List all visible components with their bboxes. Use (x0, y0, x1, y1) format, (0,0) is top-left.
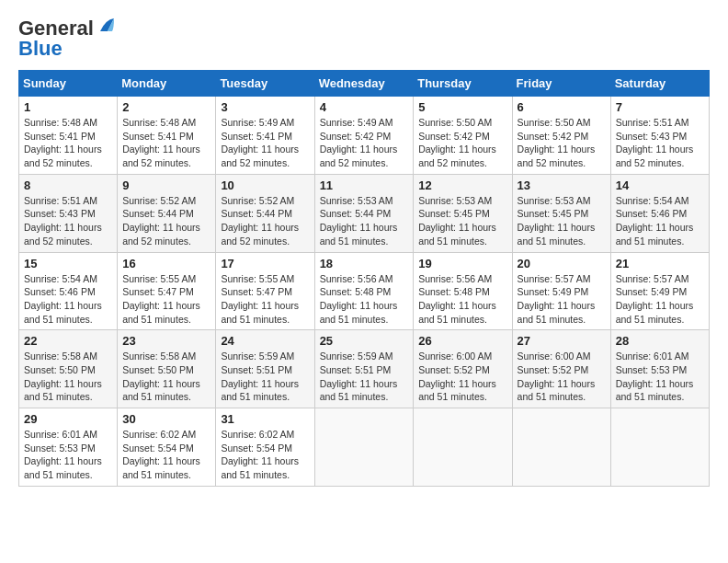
day-detail: Sunrise: 5:54 AMSunset: 5:46 PMDaylight:… (24, 272, 112, 327)
day-detail: Sunrise: 5:56 AMSunset: 5:48 PMDaylight:… (320, 272, 409, 327)
day-cell: 11Sunrise: 5:53 AMSunset: 5:44 PMDayligh… (314, 174, 414, 252)
day-detail: Sunrise: 5:48 AMSunset: 5:41 PMDaylight:… (24, 116, 112, 170)
day-number: 29 (24, 412, 112, 426)
week-row-1: 1Sunrise: 5:48 AMSunset: 5:41 PMDaylight… (19, 97, 710, 175)
day-detail: Sunrise: 5:57 AMSunset: 5:49 PMDaylight:… (616, 272, 704, 327)
day-detail: Sunrise: 5:53 AMSunset: 5:45 PMDaylight:… (518, 194, 606, 248)
day-cell: 16Sunrise: 5:55 AMSunset: 5:47 PMDayligh… (118, 252, 216, 330)
day-detail: Sunrise: 5:58 AMSunset: 5:50 PMDaylight:… (122, 350, 210, 404)
day-detail: Sunrise: 5:59 AMSunset: 5:51 PMDaylight:… (320, 350, 409, 404)
day-cell: 23Sunrise: 5:58 AMSunset: 5:50 PMDayligh… (118, 330, 216, 408)
weekday-header-friday: Friday (512, 71, 610, 97)
day-number: 28 (616, 334, 704, 348)
day-cell: 17Sunrise: 5:55 AMSunset: 5:47 PMDayligh… (216, 252, 314, 330)
day-number: 1 (24, 100, 112, 114)
day-cell: 10Sunrise: 5:52 AMSunset: 5:44 PMDayligh… (216, 174, 314, 252)
day-detail: Sunrise: 5:51 AMSunset: 5:43 PMDaylight:… (616, 116, 704, 170)
day-detail: Sunrise: 5:52 AMSunset: 5:44 PMDaylight:… (122, 194, 210, 248)
day-detail: Sunrise: 5:50 AMSunset: 5:42 PMDaylight:… (518, 116, 606, 170)
day-detail: Sunrise: 5:55 AMSunset: 5:47 PMDaylight:… (122, 272, 210, 327)
day-cell: 14Sunrise: 5:54 AMSunset: 5:46 PMDayligh… (610, 174, 709, 252)
weekday-header-saturday: Saturday (610, 71, 709, 97)
day-number: 19 (418, 257, 506, 270)
logo-bird (96, 18, 114, 35)
day-cell: 18Sunrise: 5:56 AMSunset: 5:48 PMDayligh… (314, 252, 414, 330)
calendar-table: SundayMondayTuesdayWednesdayThursdayFrid… (18, 70, 710, 487)
week-row-5: 29Sunrise: 6:01 AMSunset: 5:53 PMDayligh… (19, 408, 710, 487)
day-detail: Sunrise: 5:56 AMSunset: 5:48 PMDaylight:… (418, 272, 506, 327)
day-cell (512, 408, 610, 487)
day-cell: 25Sunrise: 5:59 AMSunset: 5:51 PMDayligh… (314, 330, 414, 408)
day-cell: 4Sunrise: 5:49 AMSunset: 5:42 PMDaylight… (314, 97, 414, 175)
week-row-4: 22Sunrise: 5:58 AMSunset: 5:50 PMDayligh… (19, 330, 710, 408)
day-detail: Sunrise: 5:57 AMSunset: 5:49 PMDaylight:… (518, 272, 606, 327)
logo-text-blue: Blue (18, 37, 63, 60)
day-detail: Sunrise: 5:53 AMSunset: 5:45 PMDaylight:… (418, 194, 506, 248)
day-number: 9 (122, 178, 210, 192)
day-cell: 15Sunrise: 5:54 AMSunset: 5:46 PMDayligh… (19, 252, 118, 330)
day-number: 31 (221, 412, 309, 426)
day-cell: 21Sunrise: 5:57 AMSunset: 5:49 PMDayligh… (610, 252, 709, 330)
day-number: 6 (518, 100, 606, 114)
day-cell: 6Sunrise: 5:50 AMSunset: 5:42 PMDaylight… (512, 97, 610, 175)
day-number: 18 (320, 257, 409, 270)
day-cell: 2Sunrise: 5:48 AMSunset: 5:41 PMDaylight… (118, 97, 216, 175)
day-number: 12 (418, 178, 506, 192)
week-row-2: 8Sunrise: 5:51 AMSunset: 5:43 PMDaylight… (19, 174, 710, 252)
day-cell: 8Sunrise: 5:51 AMSunset: 5:43 PMDaylight… (19, 174, 118, 252)
day-cell (414, 408, 512, 487)
weekday-header-row: SundayMondayTuesdayWednesdayThursdayFrid… (19, 71, 710, 97)
day-cell: 27Sunrise: 6:00 AMSunset: 5:52 PMDayligh… (512, 330, 610, 408)
day-cell: 19Sunrise: 5:56 AMSunset: 5:48 PMDayligh… (414, 252, 512, 330)
day-cell: 30Sunrise: 6:02 AMSunset: 5:54 PMDayligh… (118, 408, 216, 487)
day-cell (314, 408, 414, 487)
day-number: 25 (320, 334, 409, 348)
day-detail: Sunrise: 5:53 AMSunset: 5:44 PMDaylight:… (320, 194, 409, 248)
day-cell: 22Sunrise: 5:58 AMSunset: 5:50 PMDayligh… (19, 330, 118, 408)
day-detail: Sunrise: 5:48 AMSunset: 5:41 PMDaylight:… (122, 116, 210, 170)
day-detail: Sunrise: 5:52 AMSunset: 5:44 PMDaylight:… (221, 194, 309, 248)
day-number: 7 (616, 100, 704, 114)
weekday-header-sunday: Sunday (19, 71, 118, 97)
calendar-header: SundayMondayTuesdayWednesdayThursdayFrid… (19, 71, 710, 97)
day-number: 26 (418, 334, 506, 348)
day-cell: 31Sunrise: 6:02 AMSunset: 5:54 PMDayligh… (216, 408, 314, 487)
day-cell: 13Sunrise: 5:53 AMSunset: 5:45 PMDayligh… (512, 174, 610, 252)
day-number: 5 (418, 100, 506, 114)
header: General Blue (18, 18, 710, 61)
day-cell: 9Sunrise: 5:52 AMSunset: 5:44 PMDaylight… (118, 174, 216, 252)
day-number: 27 (518, 334, 606, 348)
day-number: 17 (221, 257, 309, 270)
day-number: 10 (221, 178, 309, 192)
day-number: 8 (24, 178, 112, 192)
day-detail: Sunrise: 6:02 AMSunset: 5:54 PMDaylight:… (221, 428, 309, 482)
day-number: 21 (616, 257, 704, 270)
day-cell: 28Sunrise: 6:01 AMSunset: 5:53 PMDayligh… (610, 330, 709, 408)
day-cell: 12Sunrise: 5:53 AMSunset: 5:45 PMDayligh… (414, 174, 512, 252)
day-number: 24 (221, 334, 309, 348)
day-detail: Sunrise: 5:49 AMSunset: 5:41 PMDaylight:… (221, 116, 309, 170)
week-row-3: 15Sunrise: 5:54 AMSunset: 5:46 PMDayligh… (19, 252, 710, 330)
day-cell: 3Sunrise: 5:49 AMSunset: 5:41 PMDaylight… (216, 97, 314, 175)
day-detail: Sunrise: 5:49 AMSunset: 5:42 PMDaylight:… (320, 116, 409, 170)
day-cell: 24Sunrise: 5:59 AMSunset: 5:51 PMDayligh… (216, 330, 314, 408)
day-detail: Sunrise: 6:01 AMSunset: 5:53 PMDaylight:… (24, 428, 112, 482)
day-number: 15 (24, 257, 112, 270)
day-number: 23 (122, 334, 210, 348)
day-detail: Sunrise: 5:58 AMSunset: 5:50 PMDaylight:… (24, 350, 112, 404)
day-cell: 29Sunrise: 6:01 AMSunset: 5:53 PMDayligh… (19, 408, 118, 487)
day-number: 13 (518, 178, 606, 192)
day-detail: Sunrise: 6:01 AMSunset: 5:53 PMDaylight:… (616, 350, 704, 404)
day-number: 16 (122, 257, 210, 270)
day-detail: Sunrise: 6:00 AMSunset: 5:52 PMDaylight:… (418, 350, 506, 404)
logo: General Blue (18, 18, 114, 61)
day-number: 20 (518, 257, 606, 270)
day-detail: Sunrise: 5:54 AMSunset: 5:46 PMDaylight:… (616, 194, 704, 248)
weekday-header-monday: Monday (118, 71, 216, 97)
day-cell: 5Sunrise: 5:50 AMSunset: 5:42 PMDaylight… (414, 97, 512, 175)
day-number: 14 (616, 178, 704, 192)
day-detail: Sunrise: 6:00 AMSunset: 5:52 PMDaylight:… (518, 350, 606, 404)
day-cell: 1Sunrise: 5:48 AMSunset: 5:41 PMDaylight… (19, 97, 118, 175)
day-cell: 7Sunrise: 5:51 AMSunset: 5:43 PMDaylight… (610, 97, 709, 175)
day-detail: Sunrise: 5:50 AMSunset: 5:42 PMDaylight:… (418, 116, 506, 170)
